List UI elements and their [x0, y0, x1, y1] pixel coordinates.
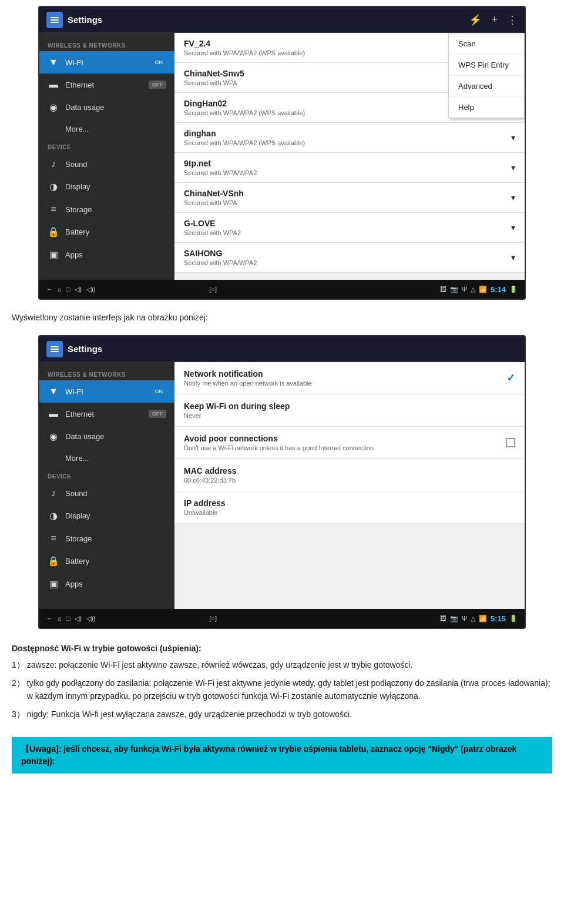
- sidebar-item-ethernet-2[interactable]: ▬ Ethernet OFF: [39, 403, 174, 425]
- main-panel-1: FV_2.4 Secured with WPA/WPA2 (WPS availa…: [174, 33, 525, 280]
- sidebar-item-storage-2[interactable]: ≡ Storage: [39, 527, 174, 550]
- sidebar-2: WIRELESS & NETWORKS ▼ Wi-Fi ON ▬ Etherne…: [39, 362, 174, 609]
- section-label-device: DEVICE: [39, 139, 174, 153]
- back-button-2[interactable]: ←: [46, 615, 53, 622]
- menu-wps-pin[interactable]: WPS Pin Entry: [449, 55, 524, 76]
- app-title-2: Settings: [68, 344, 518, 354]
- vol-up-icon: ◁)): [86, 286, 95, 293]
- list-item-3: 3） nigdy: Funkcja Wi-fi jest wyłączana z…: [12, 708, 552, 721]
- setting-desc: Notify me when an open network is availa…: [184, 380, 312, 387]
- checkbox-icon[interactable]: [506, 438, 515, 447]
- sidebar-item-apps[interactable]: ▣ Apps: [39, 243, 174, 266]
- sidebar-item-battery[interactable]: 🔒 Battery: [39, 220, 174, 243]
- recents-button[interactable]: □: [66, 286, 70, 293]
- setting-desc: Don't use a Wi-Fi network unless it has …: [184, 444, 500, 451]
- ethernet-toggle[interactable]: OFF: [149, 81, 166, 89]
- recents-button-2[interactable]: □: [66, 615, 70, 622]
- setting-mac-address: MAC address 00:c6:43:22:d3:7b: [174, 459, 525, 491]
- wifi-toggle[interactable]: ON: [152, 58, 167, 66]
- wifi-icon-2: ▼: [48, 386, 59, 397]
- sidebar-storage-label: Storage: [65, 205, 92, 214]
- sidebar-apps-label-2: Apps: [65, 580, 83, 588]
- sound-icon: ♪: [48, 159, 59, 169]
- sidebar-item-display-2[interactable]: ◑ Display: [39, 504, 174, 527]
- highlight-text: 【Uwaga]: jeśli chcesz, aby funkcja Wi-Fi…: [21, 744, 516, 766]
- sidebar-more-label-2: More...: [65, 454, 89, 463]
- apps-icon-2: ▣: [48, 578, 59, 590]
- data-usage-icon-2: ◉: [48, 431, 59, 442]
- list-item-2: 2） tylko gdy podłączony do zasilania: po…: [12, 677, 552, 703]
- sidebar-ethernet-label: Ethernet: [65, 81, 94, 89]
- network-9tpnet[interactable]: 9tp.net Secured with WPA/WPA2 ▾: [174, 153, 525, 183]
- title-actions: ⚡ + ⋮: [469, 14, 518, 26]
- wifi-signal-icon: ▾: [511, 163, 515, 172]
- list-content-3: nigdy: Funkcja Wi-fi jest wyłączana zaws…: [27, 708, 552, 721]
- warning-icon-2: △: [471, 615, 475, 622]
- more-icon[interactable]: ⋮: [507, 14, 518, 26]
- sidebar-item-more-2[interactable]: More...: [39, 448, 174, 468]
- sidebar-sound-label: Sound: [65, 160, 88, 169]
- back-button[interactable]: ←: [46, 286, 53, 293]
- sidebar-item-storage[interactable]: ≡ Storage: [39, 198, 174, 220]
- setting-keep-wifi-sleep[interactable]: Keep Wi-Fi on during sleep Never: [174, 394, 525, 427]
- camera-button: [○]: [209, 286, 217, 293]
- sidebar-item-sound-2[interactable]: ♪ Sound: [39, 482, 174, 504]
- setting-network-notification[interactable]: Network notification Notify me when an o…: [174, 362, 525, 394]
- sidebar-ethernet-label-2: Ethernet: [65, 410, 94, 419]
- network-name: G-LOVE: [184, 219, 241, 228]
- add-icon[interactable]: +: [491, 14, 498, 26]
- text-section: Dostępność Wi-Fi w trybie gotowości (uśp…: [0, 635, 564, 732]
- camera-button-2: [○]: [209, 615, 217, 622]
- network-desc: Secured with WPA/WPA2: [184, 259, 257, 266]
- photo-icon-2: 📷: [450, 615, 458, 622]
- sidebar-item-data-usage-2[interactable]: ◉ Data usage: [39, 425, 174, 448]
- setting-title: MAC address: [184, 466, 515, 476]
- sidebar-item-display[interactable]: ◑ Display: [39, 175, 174, 198]
- status-bar-right-2: 🖼 📷 Ψ △ 📶 5:15 🔋: [440, 614, 518, 623]
- sidebar-item-sound[interactable]: ♪ Sound: [39, 153, 174, 175]
- display-icon: ◑: [48, 181, 59, 192]
- setting-ip-address: IP address Unavailable: [174, 491, 525, 524]
- status-bar-1: ← ⌂ □ ◁) ◁)) [○] 🖼 📷 Ψ △ 📶 5:14 🔋: [39, 280, 525, 299]
- sidebar-item-wifi[interactable]: ▼ Wi-Fi ON: [39, 51, 174, 73]
- setting-title: IP address: [184, 498, 515, 508]
- menu-advanced[interactable]: Advanced: [449, 76, 524, 97]
- setting-desc: 00:c6:43:22:d3:7b: [184, 477, 515, 484]
- network-saihong[interactable]: SAIHONG Secured with WPA/WPA2 ▾: [174, 243, 525, 273]
- network-chinanet-vsnh[interactable]: ChinaNet-VSnh Secured with WPA ▾: [174, 183, 525, 213]
- sidebar-data-label: Data usage: [65, 103, 105, 112]
- sidebar-item-more[interactable]: More...: [39, 119, 174, 139]
- wifi-toggle-2[interactable]: ON: [152, 387, 167, 396]
- network-desc: Secured with WPA/WPA2 (WPS available): [184, 139, 305, 146]
- svg-rect-0: [51, 17, 59, 18]
- ethernet-toggle-2[interactable]: OFF: [149, 410, 166, 418]
- wifi-status-icon: 📶: [479, 286, 487, 293]
- sidebar-wifi-label: Wi-Fi: [65, 58, 83, 67]
- app-title: Settings: [68, 15, 469, 25]
- sidebar-item-apps-2[interactable]: ▣ Apps: [39, 573, 174, 595]
- home-button-2[interactable]: ⌂: [58, 615, 62, 622]
- network-name: ChinaNet-VSnh: [184, 189, 244, 198]
- sidebar-item-data-usage[interactable]: ◉ Data usage: [39, 96, 174, 119]
- home-button[interactable]: ⌂: [58, 286, 62, 293]
- data-usage-icon: ◉: [48, 102, 59, 113]
- network-dinghan[interactable]: dinghan Secured with WPA/WPA2 (WPS avail…: [174, 123, 525, 153]
- menu-help[interactable]: Help: [449, 97, 524, 118]
- screenshot-2: Settings WIRELESS & NETWORKS ▼ Wi-Fi ON …: [38, 335, 526, 629]
- warning-icon: △: [471, 286, 475, 293]
- setting-avoid-poor[interactable]: Avoid poor connections Don't use a Wi-Fi…: [174, 427, 525, 459]
- wifi-signal-icon: ▾: [511, 193, 515, 202]
- network-glove[interactable]: G-LOVE Secured with WPA2 ▾: [174, 213, 525, 243]
- setting-desc: Never: [184, 412, 515, 419]
- refresh-icon[interactable]: ⚡: [469, 14, 482, 26]
- status-bar-left-2: ← ⌂ □ ◁) ◁)): [46, 615, 95, 622]
- section-label-wireless: WIRELESS & NETWORKS: [39, 38, 174, 51]
- check-mark-icon: ✓: [506, 371, 515, 384]
- sidebar-item-ethernet[interactable]: ▬ Ethernet OFF: [39, 73, 174, 96]
- sidebar-item-wifi-2[interactable]: ▼ Wi-Fi ON: [39, 380, 174, 403]
- menu-scan[interactable]: Scan: [449, 34, 524, 55]
- highlight-box: 【Uwaga]: jeśli chcesz, aby funkcja Wi-Fi…: [12, 737, 552, 774]
- signal-icon: Ψ: [462, 286, 467, 293]
- sidebar-item-battery-2[interactable]: 🔒 Battery: [39, 550, 174, 573]
- storage-icon-2: ≡: [48, 533, 59, 544]
